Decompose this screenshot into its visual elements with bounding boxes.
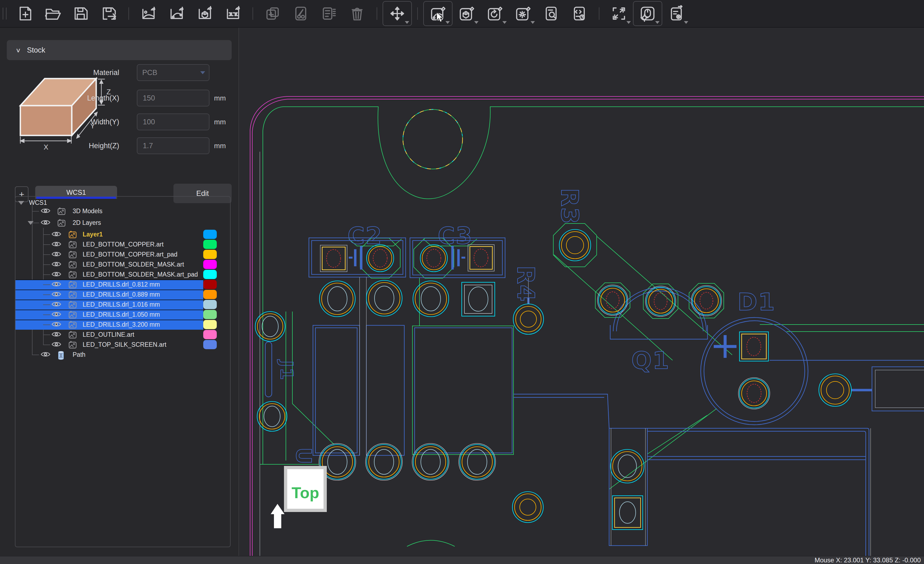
dropdown-caret-icon[interactable]	[531, 21, 535, 24]
toolbar-divider	[417, 8, 418, 20]
tree-item-label: WCS1	[29, 199, 47, 206]
gcode-history-button[interactable]	[565, 2, 593, 26]
visibility-toggle[interactable]	[51, 321, 61, 329]
material-select[interactable]: PCB	[137, 64, 210, 81]
edit-model-button[interactable]	[453, 2, 481, 26]
height-input[interactable]	[142, 141, 198, 150]
visibility-toggle[interactable]	[51, 331, 61, 339]
visibility-toggle[interactable]	[51, 301, 61, 309]
tree-connector	[43, 345, 50, 345]
toolbar-drag-handle[interactable]	[3, 8, 6, 20]
tree-item-3d-models[interactable]: 3D Models	[15, 206, 230, 216]
layer-color-swatch[interactable]	[203, 250, 217, 259]
layer-color-swatch[interactable]	[203, 240, 217, 249]
job-report-button[interactable]	[662, 2, 690, 26]
tree-item-led-drills-drl-1-016-mm[interactable]: LED_DRILLS.drl_1.016 mm	[15, 300, 230, 310]
layer-color-swatch[interactable]	[203, 320, 217, 329]
visibility-toggle[interactable]	[51, 240, 61, 249]
tree-item-led-top-silk-screen-art[interactable]: LED_TOP_SILK_SCREEN.art	[15, 340, 230, 350]
layer-color-swatch[interactable]	[203, 300, 217, 309]
visibility-toggle[interactable]	[51, 250, 61, 259]
visibility-toggle[interactable]	[51, 341, 61, 349]
open-file-icon	[44, 5, 61, 22]
tree-item-label: LED_OUTLINE.art	[82, 331, 134, 338]
layer-color-swatch[interactable]	[203, 330, 217, 339]
tree-item-led-drills-drl-0-889-mm[interactable]: LED_DRILLS.drl_0.889 mm	[15, 290, 230, 300]
layer-color-swatch[interactable]	[203, 230, 217, 239]
tree-item-led-bottom-copper-art-pad[interactable]: LED_BOTTOM_COPPER.art_pad	[15, 249, 230, 260]
layer-color-swatch[interactable]	[203, 260, 217, 269]
tree-item-led-drills-drl-0-812-mm[interactable]: LED_DRILLS.drl_0.812 mm	[15, 279, 230, 290]
import-curve-button[interactable]	[163, 2, 191, 26]
tree-item-led-bottom-solder-mask-art[interactable]: LED_BOTTOM_SOLDER_MASK.art	[15, 260, 230, 270]
save-as-button[interactable]	[95, 2, 123, 26]
dropdown-caret-icon[interactable]	[446, 21, 450, 24]
stock-section-header[interactable]: ∨ Stock	[7, 40, 232, 60]
tree-connector	[43, 274, 50, 275]
import-model-button[interactable]	[191, 2, 219, 26]
visibility-toggle[interactable]	[51, 291, 61, 299]
expander-triangle-icon[interactable]	[18, 201, 24, 205]
layer-color-swatch[interactable]	[203, 270, 217, 279]
transform-move-button[interactable]	[382, 1, 412, 26]
visibility-toggle[interactable]	[51, 311, 61, 319]
save-file-button[interactable]	[67, 2, 95, 26]
tree-item-led-outline-art[interactable]: LED_OUTLINE.art	[15, 330, 230, 340]
import-toolpath-button[interactable]	[219, 2, 247, 26]
tree-item-layer1[interactable]: Layer1	[15, 230, 230, 240]
tree-item-led-bottom-copper-art[interactable]: LED_BOTTOM_COPPER.art	[15, 240, 230, 249]
length-unit: mm	[214, 94, 226, 102]
material-label: Material	[0, 69, 119, 77]
expander-triangle-icon[interactable]	[28, 221, 34, 225]
new-file-button[interactable]	[10, 2, 39, 26]
edit-rotary-button[interactable]	[481, 2, 509, 26]
layer-color-swatch[interactable]	[203, 280, 217, 289]
tree-connector	[43, 315, 50, 315]
dropdown-caret-icon[interactable]	[502, 21, 507, 24]
visibility-toggle[interactable]	[51, 231, 61, 238]
visibility-toggle[interactable]	[40, 207, 50, 215]
pcb-viewport[interactable]: C2C3R3R4D1Q1J1U1 Top	[238, 28, 924, 556]
layer-color-swatch[interactable]	[203, 340, 217, 349]
visibility-toggle[interactable]	[40, 219, 50, 227]
tree-item-led-bottom-solder-mask-art-pad[interactable]: LED_BOTTOM_SOLDER_MASK.art_pad	[15, 270, 230, 279]
tree-item-led-drills-drl-3-200-mm[interactable]: LED_DRILLS.drl_3.200 mm	[15, 320, 230, 330]
tree-item-path[interactable]: Path	[15, 350, 230, 360]
save-file-icon	[72, 5, 89, 22]
dropdown-caret-icon[interactable]	[474, 21, 478, 24]
visibility-eye-icon	[51, 250, 61, 258]
fit-view-button[interactable]	[605, 2, 633, 26]
gcode-history-icon	[571, 5, 588, 22]
mouse-coordinates: Mouse X: 23.001 Y: 33.085 Z: -0.000	[814, 556, 921, 564]
layer-color-swatch[interactable]	[203, 290, 217, 299]
visibility-eye-icon	[51, 341, 61, 348]
dropdown-caret-icon[interactable]	[627, 21, 631, 24]
length-input[interactable]	[142, 94, 198, 103]
tree-item-2d-layers[interactable]: 2D Layers	[15, 218, 230, 228]
mouse-settings-button[interactable]	[633, 1, 662, 26]
layer-image-icon	[68, 291, 77, 299]
dropdown-caret-icon[interactable]	[684, 21, 688, 24]
tree-connector	[43, 285, 50, 285]
tree-item-led-drills-drl-1-050-mm[interactable]: LED_DRILLS.drl_1.050 mm	[15, 310, 230, 320]
visibility-toggle[interactable]	[51, 271, 61, 279]
dropdown-caret-icon[interactable]	[655, 21, 660, 24]
pcb-canvas[interactable]: C2C3R3R4D1Q1J1U1 Top	[239, 28, 924, 556]
visibility-toggle[interactable]	[51, 280, 61, 289]
inspect-document-button[interactable]	[537, 2, 565, 26]
edit-engrave-button[interactable]	[509, 2, 537, 26]
visibility-toggle[interactable]	[40, 351, 50, 359]
import-toolpath-icon	[225, 5, 242, 22]
layer-image-icon	[68, 240, 77, 249]
dropdown-caret-icon[interactable]	[405, 21, 409, 24]
collapse-chevron-icon[interactable]: ∨	[15, 46, 21, 54]
layer-color-swatch[interactable]	[203, 310, 217, 319]
edit-curve-button[interactable]	[423, 1, 453, 26]
open-file-button[interactable]	[39, 2, 67, 26]
stock-title: Stock	[27, 46, 45, 54]
visibility-toggle[interactable]	[51, 261, 61, 269]
import-image-button[interactable]	[134, 2, 163, 26]
width-input[interactable]	[142, 118, 198, 126]
mouse-settings-icon	[639, 5, 656, 22]
visibility-eye-icon	[51, 240, 61, 248]
